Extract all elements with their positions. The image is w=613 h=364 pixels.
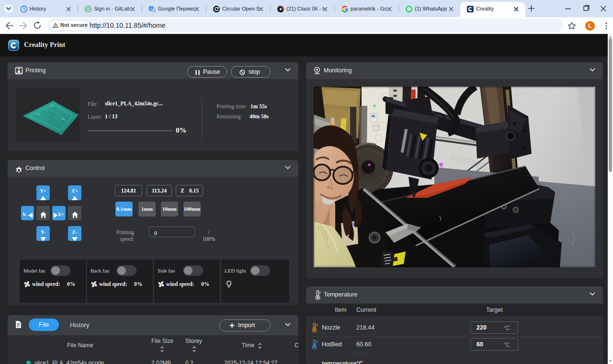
svg-text:文: 文: [152, 9, 156, 12]
